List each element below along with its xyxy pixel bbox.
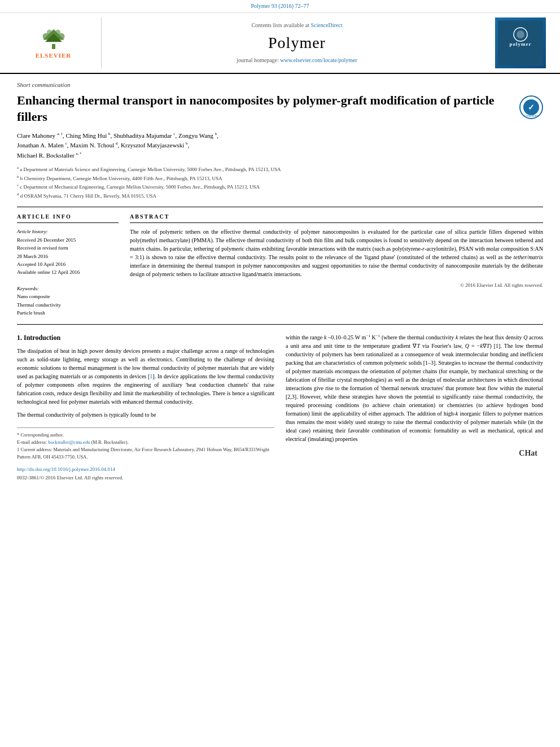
keywords-label: Keywords: [17,285,119,292]
polymer-badge: polymer [495,18,546,68]
doi-section: http://dx.doi.org/10.1016/j.polymer.2016… [17,466,274,473]
footnote-email: E-mail address: bockstaller@cmu.edu (M.R… [17,439,274,446]
ref-1-link[interactable]: 1 [150,373,152,379]
science-direct-line: Contents lists available at ScienceDirec… [251,21,342,29]
intro-paragraph-1: The dissipation of heat in high power de… [17,347,274,406]
authors-text: Clare Mahoney a, 1, Ching Ming Hui b, Sh… [17,132,218,159]
keyword-1: Nano composite [17,292,119,300]
section-divider-2 [17,324,543,325]
intro-paragraph-2: The thermal conductivity of polymers is … [17,410,274,419]
svg-rect-0 [52,44,55,49]
accepted-date: Accepted 10 April 2016 [17,260,119,268]
elsevier-wordmark: ELSEVIER [36,51,72,60]
chains-text: chains [246,246,260,252]
article-info: ARTICLE INFO Article history: Received 2… [17,213,119,317]
crossmark-icon: ✓ CrossMark [519,95,543,122]
affiliation-a: a a Department of Materials Science and … [17,165,543,174]
footnote-email-link[interactable]: bockstaller@cmu.edu [48,439,90,445]
journal-ref-bar: Polymer 93 (2016) 72–77 [0,0,560,13]
svg-text:CrossMark: CrossMark [524,114,539,117]
body-content: 1. Introduction The dissipation of heat … [17,333,543,482]
journal-title: Polymer [268,32,326,54]
footnotes: * Corresponding author. E-mail address: … [17,427,274,460]
journal-header: ELSEVIER Contents lists available at Sci… [0,13,560,74]
main-content: Short communication Enhancing thermal tr… [0,74,560,488]
info-abstract-section: ARTICLE INFO Article history: Received 2… [17,213,543,317]
affiliation-b: b b Chemistry Department, Carnegie Mello… [17,174,543,183]
affiliations: a a Department of Materials Science and … [17,165,543,200]
doi-link[interactable]: http://dx.doi.org/10.1016/j.polymer.2016… [17,466,115,472]
history-label: Article history: [17,228,119,235]
polymer-badge-section: polymer [492,18,549,68]
right-paragraph-1: within the range k ~0.10–0.25 W m−1 K−1 … [286,333,543,443]
homepage-label: journal homepage: [237,57,279,63]
introduction-heading: 1. Introduction [17,333,274,343]
keyword-2: Thermal conductivity [17,301,119,309]
article-type: Short communication [17,81,543,89]
affiliation-c: c c Department of Mechanical Engineering… [17,182,543,191]
abstract-text: The role of polymeric tethers on the eff… [130,228,543,278]
journal-info: Contents lists available at ScienceDirec… [102,18,492,68]
keyword-3: Particle brush [17,309,119,317]
revised-date: Received in revised form28 March 2016 [17,244,119,260]
article-info-content: Article history: Received 26 December 20… [17,228,119,317]
footnote-corresponding: * Corresponding author. [17,431,274,439]
abstract-section: ABSTRACT The role of polymeric tethers o… [130,213,543,317]
footnote-email-person: (M.R. Bockstaller). [91,439,129,445]
abstract-title: ABSTRACT [130,213,543,223]
chat-annotation: CHat [286,448,543,459]
svg-point-10 [517,30,524,38]
chat-label: CHat [286,448,537,459]
copyright-line: © 2016 Elsevier Ltd. All rights reserved… [130,282,543,289]
article-info-title: ARTICLE INFO [17,213,119,223]
svg-text:polymer: polymer [510,41,532,47]
body-right-column: within the range k ~0.10–0.25 W m−1 K−1 … [286,333,543,482]
journal-ref-text: Polymer 93 (2016) 72–77 [251,3,309,9]
svg-text:✓: ✓ [528,103,535,112]
elsevier-logo-section: ELSEVIER [11,18,102,68]
journal-homepage: journal homepage: www.elsevier.com/locat… [237,56,357,64]
copyright-footer: 0032-3861/© 2016 Elsevier Ltd. All right… [17,474,274,482]
section-divider-1 [17,207,543,207]
article-title: Enhancing thermal transport in nanocompo… [17,93,508,125]
elsevier-tree-icon [37,26,71,51]
authors: Clare Mahoney a, 1, Ching Ming Hui b, Sh… [17,131,543,161]
footnote-1: 1 Current address: Materials and Manufac… [17,446,274,461]
body-left-column: 1. Introduction The dissipation of heat … [17,333,274,482]
contents-text: Contents lists available at [251,22,309,28]
article-title-section: Enhancing thermal transport in nanocompo… [17,93,543,125]
crossmark-svg: ✓ CrossMark [519,95,543,119]
svg-point-6 [55,29,60,34]
polymer-badge-image: polymer [498,20,543,65]
tethered-text: tethered [441,254,460,260]
svg-point-5 [47,29,52,34]
affiliation-d: d d OSRAM Sylvania, 71 Cherry Hill Dr., … [17,191,543,200]
homepage-link[interactable]: www.elsevier.com/locate/polymer [280,57,357,63]
received-date: Received 26 December 2015 [17,236,119,244]
science-direct-link[interactable]: ScienceDirect [310,22,342,28]
available-date: Available online 12 April 2016 [17,268,119,276]
